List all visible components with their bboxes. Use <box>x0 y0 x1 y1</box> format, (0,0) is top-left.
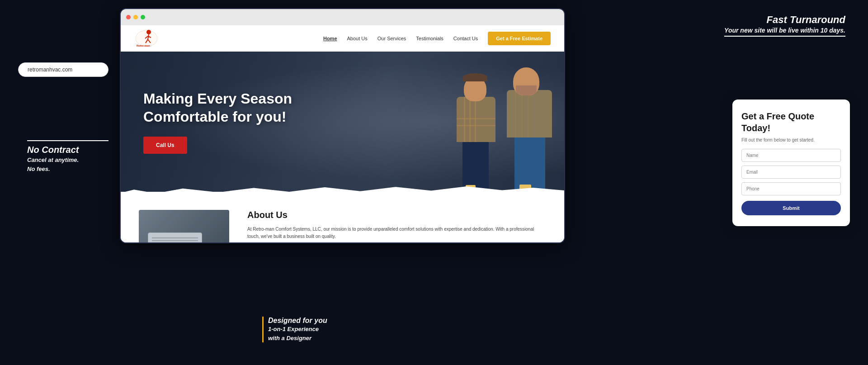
bottom-center-overlay: Designed for you 1-on-1 Experiencewith a… <box>262 317 327 342</box>
quote-heading: Get a Free Quote Today! <box>741 110 841 134</box>
url-text: retromanhvac.com <box>28 66 72 73</box>
about-body: At Retro-man Comfort Systems, LLC, our m… <box>247 226 546 240</box>
maximize-dot[interactable] <box>141 15 145 19</box>
svg-text:Retro-man: Retro-man <box>137 44 150 47</box>
ac-unit <box>148 232 202 242</box>
nav-home[interactable]: Home <box>323 36 337 41</box>
bottom-designed-sub: 1-on-1 Experiencewith a Designer <box>268 325 327 342</box>
nav-services[interactable]: Our Services <box>377 36 406 41</box>
quote-panel: Get a Free Quote Today! Fill out the for… <box>732 100 850 226</box>
about-heading: About Us <box>247 210 546 220</box>
nav-about[interactable]: About Us <box>347 36 368 41</box>
about-image <box>139 210 229 242</box>
browser-mockup: Retro-man COMFORT SYSTEMS, LLC Home Abou… <box>120 8 565 243</box>
worker2-beard <box>516 85 537 95</box>
worker1-hair <box>463 73 487 81</box>
left-overlay-title: No Contract <box>27 144 108 156</box>
left-divider <box>27 140 108 141</box>
top-right-subtitle: Your new site will be live within 10 day… <box>724 27 845 34</box>
nav-testimonials[interactable]: Testimonials <box>416 36 443 41</box>
minimize-dot[interactable] <box>133 15 138 19</box>
quote-name-input[interactable] <box>741 149 841 162</box>
hero-call-button[interactable]: Call Us <box>143 137 187 154</box>
site-logo: Retro-man COMFORT SYSTEMS, LLC <box>134 28 159 48</box>
hero-section: Making Every Season Comfortable for you!… <box>121 52 564 192</box>
browser-content: Retro-man COMFORT SYSTEMS, LLC Home Abou… <box>121 25 564 242</box>
quote-submit-button[interactable]: Submit <box>741 201 841 215</box>
top-right-divider <box>724 36 845 37</box>
brush-divider <box>121 192 564 201</box>
worker2-shirt <box>507 90 552 137</box>
ac-grill <box>152 237 198 242</box>
top-right-title: Fast Turnaround <box>724 14 845 27</box>
url-bar[interactable]: retromanhvac.com <box>18 62 108 77</box>
left-overlay-subtitle: Cancel at anytime.No fees. <box>27 156 108 173</box>
about-text: About Us At Retro-man Comfort Systems, L… <box>247 210 546 240</box>
nav-contact[interactable]: Contact Us <box>453 36 478 41</box>
nav-links: Home About Us Our Services Testimonials … <box>323 32 551 45</box>
top-right-overlay: Fast Turnaround Your new site will be li… <box>724 14 845 37</box>
quote-subtext: Fill out the form below to get started. <box>741 137 841 142</box>
close-dot[interactable] <box>126 15 131 19</box>
hero-title: Making Every Season Comfortable for you! <box>143 90 292 126</box>
nav-cta-button[interactable]: Get a Free Estimate <box>488 32 551 45</box>
quote-phone-input[interactable] <box>741 182 841 195</box>
about-section: About Us At Retro-man Comfort Systems, L… <box>121 201 564 242</box>
quote-email-input[interactable] <box>741 166 841 179</box>
hero-workers <box>276 52 564 192</box>
svg-point-1 <box>146 30 151 34</box>
bottom-designed-title: Designed for you <box>268 317 327 325</box>
hero-content: Making Every Season Comfortable for you!… <box>121 90 315 154</box>
worker1-shirt <box>457 97 495 142</box>
site-nav: Retro-man COMFORT SYSTEMS, LLC Home Abou… <box>121 25 564 52</box>
logo-image: Retro-man COMFORT SYSTEMS, LLC <box>134 28 159 48</box>
browser-chrome <box>121 9 564 25</box>
